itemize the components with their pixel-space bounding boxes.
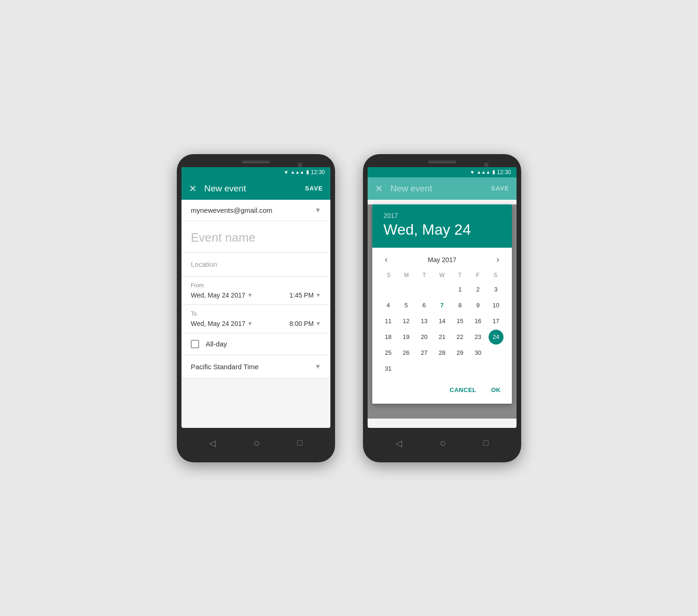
- close-button-2[interactable]: ✕: [375, 183, 383, 194]
- phone-2-top-speaker: [368, 161, 517, 163]
- calendar-day[interactable]: 10: [489, 298, 503, 313]
- back-button[interactable]: ◁: [209, 438, 216, 448]
- phone-2: ▼ ▲▲▲ ▮ 12:30 ✕ New event SAVE 2017 Wed,…: [363, 154, 521, 462]
- calendar-day: [399, 282, 414, 297]
- battery-icon-2: ▮: [492, 169, 495, 175]
- calendar-header: 2017 Wed, May 24: [372, 204, 512, 248]
- day-header: M: [397, 270, 415, 280]
- calendar-day[interactable]: 1: [453, 282, 468, 297]
- calendar-day[interactable]: 11: [381, 314, 396, 329]
- phone-1-screen: ▼ ▲▲▲ ▮ 12:30 ✕ New event SAVE myneweven…: [181, 167, 330, 428]
- calendar-day[interactable]: 29: [453, 345, 468, 360]
- calendar-day[interactable]: 6: [416, 298, 431, 313]
- screen-title-2: New event: [390, 183, 484, 194]
- email-value: mynewevents@gmail.com: [191, 206, 272, 214]
- location-field[interactable]: Location: [181, 253, 330, 277]
- signal-icon-2: ▲▲▲: [477, 169, 490, 175]
- from-time-arrow: ▼: [315, 292, 321, 298]
- calendar-day[interactable]: 28: [435, 345, 450, 360]
- calendar-day[interactable]: 31: [381, 361, 396, 376]
- phone-1-nav: ◁ ○ □: [181, 433, 330, 453]
- home-button[interactable]: ○: [254, 437, 260, 449]
- back-button-2[interactable]: ◁: [396, 438, 402, 448]
- save-button[interactable]: SAVE: [305, 185, 323, 192]
- recents-button-2[interactable]: □: [483, 438, 489, 448]
- wifi-icon: ▼: [283, 169, 289, 175]
- calendar-day[interactable]: 23: [470, 330, 485, 345]
- day-header: T: [416, 270, 433, 280]
- from-section: From Wed, May 24 2017 ▼ 1:45 PM ▼: [181, 277, 330, 305]
- month-year-label: May 2017: [428, 256, 456, 264]
- calendar-day[interactable]: 27: [416, 345, 431, 360]
- calendar-day: [435, 282, 450, 297]
- calendar-day[interactable]: 9: [470, 298, 485, 313]
- calendar-day[interactable]: 12: [399, 314, 414, 329]
- calendar-day[interactable]: 25: [381, 345, 396, 360]
- to-row: Wed, May 24 2017 ▼ 8:00 PM ▼: [191, 320, 321, 327]
- calendar-ok-button[interactable]: OK: [488, 384, 505, 396]
- calendar-day[interactable]: 18: [381, 330, 396, 345]
- phone-1: ▼ ▲▲▲ ▮ 12:30 ✕ New event SAVE myneweven…: [177, 154, 335, 462]
- form-content: mynewevents@gmail.com ▼ Event name Locat…: [181, 200, 330, 379]
- phone-2-screen: ▼ ▲▲▲ ▮ 12:30 ✕ New event SAVE 2017 Wed,…: [368, 167, 517, 428]
- calendar-day[interactable]: 30: [470, 345, 485, 360]
- status-bar: ▼ ▲▲▲ ▮ 12:30: [181, 167, 330, 177]
- camera-2: [484, 162, 489, 167]
- timezone-selector[interactable]: Pacific Standard Time ▼: [181, 355, 330, 379]
- calendar-day: [381, 282, 396, 297]
- calendar-nav: ‹ May 2017 ›: [372, 248, 512, 270]
- calendar-day[interactable]: 16: [470, 314, 485, 329]
- next-month-button[interactable]: ›: [491, 253, 504, 266]
- home-button-2[interactable]: ○: [440, 437, 446, 449]
- calendar-day: [416, 361, 431, 376]
- calendar-day[interactable]: 24: [489, 330, 503, 345]
- calendar-cancel-button[interactable]: CANCEL: [446, 384, 480, 396]
- email-selector[interactable]: mynewevents@gmail.com ▼: [181, 200, 330, 221]
- calendar-day[interactable]: 19: [399, 330, 414, 345]
- signal-icon: ▲▲▲: [290, 169, 304, 175]
- calendar-day[interactable]: 8: [453, 298, 468, 313]
- to-time-picker[interactable]: 8:00 PM ▼: [289, 320, 321, 327]
- calendar-day[interactable]: 22: [453, 330, 468, 345]
- allday-checkbox[interactable]: [191, 340, 199, 348]
- calendar-dialog: 2017 Wed, May 24 ‹ May 2017 › SMTWTFS 12…: [372, 204, 512, 404]
- status-time-2: 12:30: [497, 169, 511, 176]
- prev-month-button[interactable]: ‹: [380, 253, 393, 266]
- calendar-day[interactable]: 2: [470, 282, 485, 297]
- save-button-2[interactable]: SAVE: [491, 185, 509, 192]
- calendar-day[interactable]: 4: [381, 298, 396, 313]
- from-time-value: 1:45 PM: [289, 291, 314, 299]
- from-row: Wed, May 24 2017 ▼ 1:45 PM ▼: [191, 291, 321, 299]
- to-date-value: Wed, May 24 2017: [191, 320, 245, 327]
- day-header: W: [433, 270, 451, 280]
- phone-top-speaker: [181, 161, 330, 163]
- calendar-day[interactable]: 13: [416, 314, 431, 329]
- calendar-day[interactable]: 20: [416, 330, 431, 345]
- from-date-arrow: ▼: [247, 292, 253, 298]
- close-button[interactable]: ✕: [189, 183, 197, 194]
- calendar-day[interactable]: 3: [489, 282, 503, 297]
- calendar-day[interactable]: 14: [435, 314, 450, 329]
- calendar-day[interactable]: 15: [453, 314, 468, 329]
- from-date-picker[interactable]: Wed, May 24 2017 ▼: [191, 291, 253, 299]
- calendar-days: 1234567891011121314151617181920212223242…: [380, 282, 504, 376]
- to-date-picker[interactable]: Wed, May 24 2017 ▼: [191, 320, 253, 327]
- calendar-day[interactable]: 26: [399, 345, 414, 360]
- calendar-day[interactable]: 21: [435, 330, 450, 345]
- calendar-day[interactable]: 5: [399, 298, 414, 313]
- calendar-selected-date: Wed, May 24: [383, 221, 501, 238]
- status-bar-2: ▼ ▲▲▲ ▮ 12:30: [368, 167, 517, 177]
- event-name-field[interactable]: Event name: [181, 221, 330, 253]
- wifi-icon-2: ▼: [470, 169, 475, 175]
- allday-row[interactable]: All-day: [181, 333, 330, 355]
- calendar-day: [470, 361, 485, 376]
- calendar-day: [489, 345, 503, 360]
- calendar-day: [489, 361, 503, 376]
- from-date-value: Wed, May 24 2017: [191, 291, 245, 299]
- calendar-day[interactable]: 17: [489, 314, 503, 329]
- dialog-bg: 2017 Wed, May 24 ‹ May 2017 › SMTWTFS 12…: [368, 204, 517, 419]
- from-time-picker[interactable]: 1:45 PM ▼: [289, 291, 321, 299]
- recents-button[interactable]: □: [297, 438, 302, 448]
- calendar-day[interactable]: 7: [435, 298, 450, 313]
- allday-label: All-day: [206, 340, 227, 348]
